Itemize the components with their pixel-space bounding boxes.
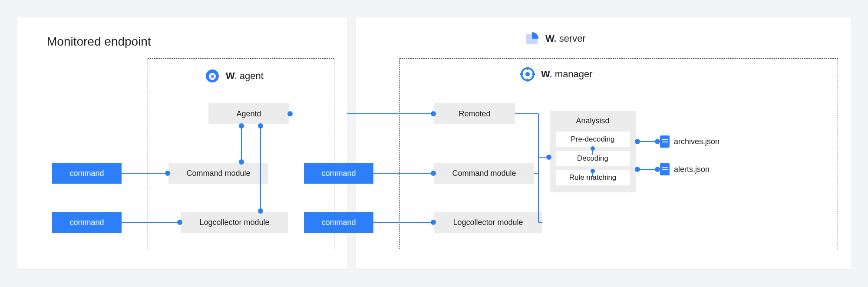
- command-module-node: Command module: [168, 163, 268, 184]
- server-command-button-1: command: [304, 163, 373, 184]
- file-icon: [660, 135, 670, 148]
- rule-matching-box: Rule matching: [556, 170, 630, 185]
- server-panel: W. server W. manager Remoted Command mod…: [356, 17, 851, 269]
- manager-brand-label: W. manager: [520, 67, 593, 82]
- command-button-1: command: [52, 163, 122, 184]
- alerts-file: alerts.json: [660, 163, 710, 175]
- agent-eye-icon: [205, 69, 220, 83]
- svg-point-3: [211, 75, 214, 78]
- agentd-node: Agentd: [208, 103, 289, 124]
- file-icon: [660, 163, 670, 175]
- server-brand-label: W. server: [525, 31, 586, 46]
- svg-point-17: [525, 72, 530, 76]
- analysisd-title: Analysisd: [576, 116, 609, 125]
- logcollector-module-node: Logcollector module: [181, 212, 288, 233]
- monitored-endpoint-panel: Monitored endpoint W. agent Agentd Comma…: [17, 17, 347, 269]
- server-command-button-2: command: [304, 212, 373, 233]
- remoted-node: Remoted: [434, 103, 515, 124]
- agent-brand-label: W. agent: [205, 69, 264, 83]
- analysisd-block: Analysisd Pre-decoding Decoding Rule mat…: [550, 111, 636, 192]
- archives-file: archives.json: [660, 135, 719, 148]
- server-pie-icon: [525, 31, 539, 46]
- decoding-box: Decoding: [556, 151, 630, 166]
- server-command-module-node: Command module: [434, 163, 534, 184]
- pre-decoding-box: Pre-decoding: [556, 132, 630, 147]
- server-logcollector-module-node: Logcollector module: [434, 212, 542, 233]
- command-button-2: command: [52, 212, 122, 233]
- manager-gear-icon: [520, 67, 535, 82]
- monitored-endpoint-title: Monitored endpoint: [47, 35, 151, 49]
